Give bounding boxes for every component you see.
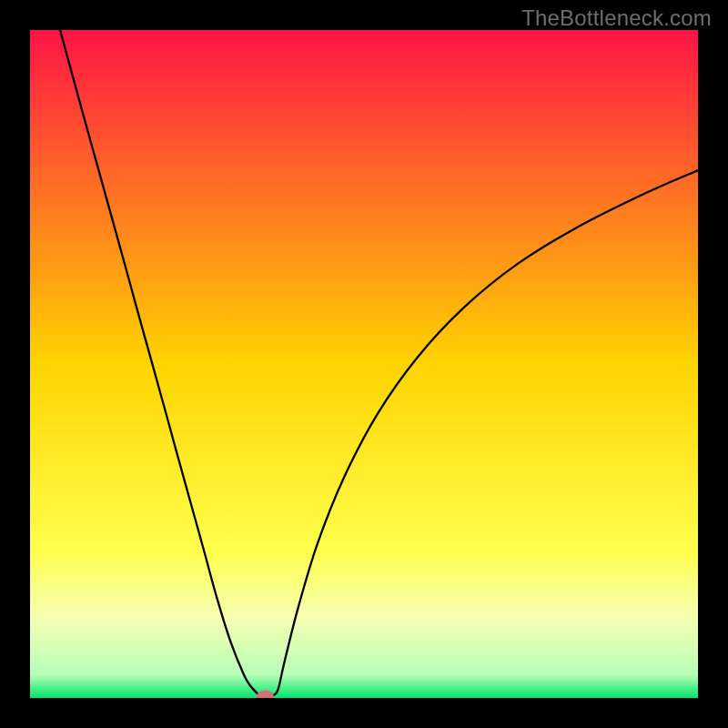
bottleneck-chart <box>30 30 698 698</box>
plot-area <box>30 30 698 698</box>
chart-frame: TheBottleneck.com <box>0 0 728 728</box>
watermark-text: TheBottleneck.com <box>521 5 712 31</box>
gradient-background <box>30 30 698 698</box>
